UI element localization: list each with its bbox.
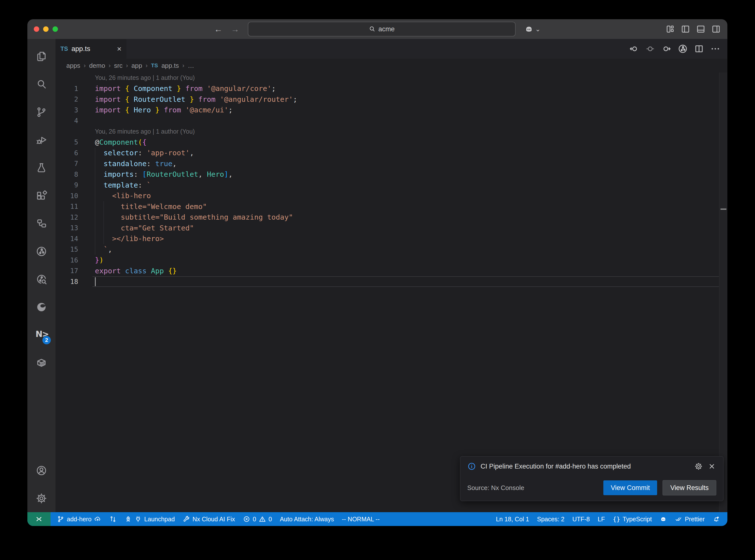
code-line-3[interactable]: 3import { Hero } from '@acme/ui'; (56, 105, 728, 116)
nav-forward-icon[interactable]: → (231, 25, 239, 33)
split-editor-icon[interactable] (694, 44, 704, 54)
git-blame-annotation[interactable]: You, 26 minutes ago | 1 author (You) (56, 126, 728, 137)
copilot-status-item[interactable] (656, 512, 671, 526)
notification-gear-icon[interactable] (694, 462, 703, 471)
eol-status-item[interactable]: LF (594, 512, 609, 526)
nav-forward-circle-icon[interactable] (661, 44, 672, 54)
typescript-file-icon: TS (151, 62, 158, 69)
code-line-13[interactable]: 13 cta="Get Started" (56, 223, 728, 234)
traffic-lights (34, 26, 58, 32)
copilot-icon (524, 24, 534, 34)
activity-item-nx-console[interactable]: N>2 (31, 321, 52, 349)
activity-item-edge-tools[interactable] (31, 293, 52, 321)
breadcrumb-item-app.ts[interactable]: TSapp.ts (151, 62, 179, 69)
toggle-secondary-sidebar-icon[interactable] (711, 24, 721, 34)
branch-status-item[interactable]: add-hero (53, 512, 105, 526)
line-number: 6 (56, 149, 78, 157)
code-line-12[interactable]: 12 subtitle="Build something amazing tod… (56, 212, 728, 223)
code-line-16[interactable]: 16}) (56, 255, 728, 266)
toggle-sidebar-icon[interactable] (680, 24, 690, 34)
toggle-panel-icon[interactable] (696, 24, 706, 34)
code-line-15[interactable]: 15 `, (56, 244, 728, 255)
code-editor[interactable]: You, 26 minutes ago | 1 author (You)1imp… (56, 73, 728, 512)
prettier-status-item[interactable]: Prettier (671, 512, 709, 526)
compare-status-item[interactable] (105, 512, 121, 526)
close-window-button[interactable] (34, 26, 39, 32)
command-center-search[interactable]: acme (248, 22, 516, 37)
language-status-item[interactable]: {}TypeScript (609, 512, 656, 526)
notifications-bell-item[interactable] (709, 512, 724, 526)
vim-mode-status-item[interactable]: -- NORMAL -- (338, 512, 383, 526)
notification-close-icon[interactable] (708, 462, 716, 471)
auto-attach-status-item[interactable]: Auto Attach: Always (276, 512, 338, 526)
code-line-6[interactable]: 6 selector: 'app-root', (56, 148, 728, 159)
nav-back-icon[interactable]: ← (214, 25, 223, 33)
copilot-menu[interactable]: ⌄ (524, 24, 541, 34)
remote-indicator[interactable] (27, 512, 51, 526)
commit-graph-icon (36, 245, 47, 257)
cursor-position-status-item[interactable]: Ln 18, Col 1 (492, 512, 533, 526)
nx-cloud-fix-status-item[interactable]: Nx Cloud AI Fix (179, 512, 239, 526)
activity-item-source-control[interactable] (31, 98, 52, 126)
activity-item-explorer[interactable] (31, 42, 52, 70)
activity-item-account[interactable] (31, 457, 52, 484)
activity-item-hierarchy[interactable] (31, 209, 52, 237)
code-line-4[interactable]: 4 (56, 115, 728, 126)
remote-icon (35, 515, 43, 523)
breadcrumb-item-src[interactable]: src (114, 62, 122, 69)
timeline-graph-icon[interactable] (678, 44, 688, 54)
editor-scrollbar[interactable] (719, 73, 728, 512)
radio-circle-icon[interactable] (645, 44, 655, 54)
debug-icon (36, 134, 47, 146)
line-content: export class App {} (78, 267, 177, 275)
activity-item-run-debug[interactable] (31, 126, 52, 154)
typescript-file-icon: TS (60, 45, 68, 52)
line-number: 5 (56, 138, 78, 146)
encoding-status-item[interactable]: UTF-8 (568, 512, 594, 526)
breadcrumb-item-app[interactable]: app (132, 62, 142, 69)
code-line-14[interactable]: 14 ></lib-hero> (56, 234, 728, 244)
nav-back-circle-icon[interactable] (629, 44, 639, 54)
minimize-window-button[interactable] (43, 26, 48, 32)
git-blame-annotation[interactable]: You, 26 minutes ago | 1 author (You) (56, 73, 728, 83)
current-line-highlight (93, 276, 719, 287)
code-line-9[interactable]: 9 template: ` (56, 180, 728, 191)
code-line-8[interactable]: 8 imports: [RouterOutlet, Hero], (56, 169, 728, 180)
code-line-11[interactable]: 11 title="Welcmoe demo" (56, 201, 728, 212)
activity-item-extensions[interactable] (31, 182, 52, 209)
launchpad-status-item[interactable]: Launchpad (121, 512, 179, 526)
view-results-button[interactable]: View Results (662, 480, 716, 495)
more-actions-icon[interactable] (710, 44, 720, 54)
activity-item-search[interactable] (31, 70, 52, 98)
close-tab-icon[interactable]: × (117, 45, 122, 53)
code-line-10[interactable]: 10 <lib-hero (56, 191, 728, 201)
problems-status-item[interactable]: 00 (239, 512, 276, 526)
copilot-icon (660, 515, 667, 523)
activity-item-commit-graph[interactable] (31, 237, 52, 265)
activity-item-settings[interactable] (31, 484, 52, 512)
activity-item-testing[interactable] (31, 154, 52, 182)
breadcrumb-item-apps[interactable]: apps (66, 62, 80, 69)
line-number: 13 (56, 224, 78, 232)
status-label: UTF-8 (572, 516, 590, 523)
chevron-down-icon: ⌄ (535, 25, 541, 33)
zoom-window-button[interactable] (53, 26, 58, 32)
tab-app-ts[interactable]: TS app.ts × (56, 39, 126, 59)
code-line-2[interactable]: 2import { RouterOutlet } from '@angular/… (56, 94, 728, 105)
indentation-status-item[interactable]: Spaces: 2 (533, 512, 568, 526)
breadcrumb-item-more[interactable]: … (187, 62, 194, 69)
code-line-7[interactable]: 7 standalone: true, (56, 158, 728, 169)
code-line-1[interactable]: 1import { Component } from '@angular/cor… (56, 83, 728, 94)
code-line-17[interactable]: 17export class App {} (56, 265, 728, 276)
activity-item-containers[interactable] (31, 349, 52, 377)
code-line-5[interactable]: 5@Component({ (56, 137, 728, 148)
breadcrumb-item-demo[interactable]: demo (89, 62, 105, 69)
code-line-18[interactable]: 18 (56, 276, 728, 287)
breadcrumb-label: app (132, 62, 142, 69)
status-label: Launchpad (144, 516, 175, 523)
line-number: 9 (56, 181, 78, 189)
status-label: Prettier (685, 516, 705, 523)
activity-item-graph-search[interactable] (31, 265, 52, 293)
view-commit-button[interactable]: View Commit (603, 480, 657, 495)
customize-layout-icon[interactable] (665, 24, 675, 34)
